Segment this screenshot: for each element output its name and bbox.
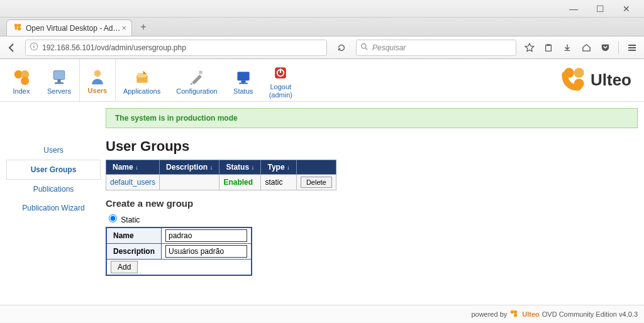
- browser-nav-bar: 192.168.56.101/ovd/admin/usersgroup.php …: [0, 36, 644, 59]
- browser-tab-title: Open Virtual Desktop - Ad…: [26, 24, 121, 33]
- brand: Ulteo: [559, 59, 638, 101]
- col-name[interactable]: Name ↓: [106, 160, 160, 175]
- svg-rect-15: [57, 79, 60, 82]
- body-wrap: Users User Groups Publications Publicati…: [0, 102, 644, 276]
- svg-point-28: [574, 68, 584, 78]
- reload-button[interactable]: [333, 40, 350, 56]
- left-nav: Users User Groups Publications Publicati…: [6, 141, 101, 217]
- info-icon: [30, 42, 38, 53]
- svg-line-8: [365, 48, 367, 50]
- svg-point-30: [511, 310, 514, 313]
- close-window-button[interactable]: ✕: [614, 2, 639, 16]
- toolbar-applications[interactable]: Applications: [116, 59, 169, 101]
- col-type[interactable]: Type ↓: [261, 160, 296, 175]
- name-label: Name: [106, 227, 162, 244]
- bookmark-button[interactable]: [521, 40, 538, 56]
- leftnav-publication-wizard[interactable]: Publication Wizard: [6, 199, 101, 217]
- maximize-button[interactable]: ☐: [587, 2, 613, 16]
- leftnav-usergroups[interactable]: User Groups: [6, 160, 101, 180]
- leftnav-publications[interactable]: Publications: [6, 180, 101, 199]
- svg-rect-10: [547, 44, 550, 46]
- sort-icon: ↓: [209, 164, 213, 171]
- svg-rect-6: [33, 45, 34, 45]
- reload-icon: [337, 43, 346, 52]
- hamburger-icon: [627, 43, 637, 53]
- back-button[interactable]: [4, 40, 20, 56]
- search-icon: [360, 43, 369, 53]
- search-placeholder: Pesquisar: [372, 43, 406, 52]
- svg-point-13: [21, 77, 29, 85]
- toolbar-status[interactable]: Status: [226, 59, 262, 101]
- col-status[interactable]: Status ↓: [219, 160, 261, 175]
- sort-icon: ↓: [251, 164, 254, 171]
- col-description[interactable]: Description ↓: [160, 160, 219, 175]
- table-row: default_users Enabled static Delete: [106, 175, 336, 190]
- create-form-table: Name Description Add: [106, 227, 252, 276]
- radio-static[interactable]: [109, 214, 117, 222]
- cell-name[interactable]: default_users: [106, 175, 160, 190]
- page-title: User Groups: [106, 138, 638, 155]
- toolbar-users-label: Users: [88, 87, 108, 94]
- browser-tabstrip: Open Virtual Desktop - Ad… × +: [0, 18, 644, 36]
- window-titlebar: — ☐ ✕: [0, 0, 644, 18]
- toolbar-logout-label: Logout (admin): [269, 83, 292, 98]
- footer-suffix: OVD Community Edition v4.0.3: [542, 310, 638, 318]
- url-box[interactable]: 192.168.56.101/ovd/admin/usersgroup.php: [25, 40, 327, 56]
- toolbar-index[interactable]: Index: [4, 59, 40, 101]
- new-tab-button[interactable]: +: [136, 19, 151, 35]
- separator: [618, 41, 619, 54]
- svg-point-7: [362, 43, 366, 48]
- toolbar-index-label: Index: [13, 87, 30, 95]
- download-icon: [563, 43, 572, 52]
- name-input[interactable]: [165, 229, 247, 242]
- download-button[interactable]: [559, 40, 575, 56]
- pocket-button[interactable]: [597, 40, 613, 56]
- col-action: [296, 160, 336, 175]
- minimize-button[interactable]: —: [561, 2, 586, 16]
- sort-icon: ↓: [135, 164, 138, 171]
- url-text: 192.168.56.101/ovd/admin/usersgroup.php: [42, 43, 323, 52]
- star-icon: [525, 43, 535, 53]
- description-input[interactable]: [165, 245, 247, 258]
- create-form: Static Name Description Add: [106, 212, 638, 276]
- toolbar-servers-label: Servers: [47, 87, 71, 95]
- toolbar-logout[interactable]: Logout (admin): [262, 59, 301, 101]
- svg-rect-9: [546, 45, 552, 51]
- footer-brand[interactable]: Ulteo: [522, 310, 540, 318]
- usergroups-table: Name ↓ Description ↓ Status ↓ Type ↓ def…: [106, 160, 336, 190]
- ulteo-favicon-icon: [13, 23, 22, 33]
- radio-static-label[interactable]: Static: [106, 216, 140, 224]
- cell-status: Enabled: [219, 175, 261, 190]
- sort-icon: ↓: [287, 164, 290, 171]
- svg-point-17: [94, 70, 101, 77]
- home-button[interactable]: [578, 40, 594, 56]
- add-button[interactable]: Add: [111, 261, 138, 273]
- configuration-icon: [187, 66, 207, 89]
- svg-rect-26: [280, 68, 281, 73]
- footer: powered by Ulteo OVD Community Edition v…: [0, 305, 644, 322]
- production-notice: The system is in production mode: [106, 108, 638, 128]
- logout-icon: [270, 62, 291, 84]
- svg-point-31: [514, 310, 517, 313]
- close-tab-button[interactable]: ×: [121, 23, 126, 33]
- menu-button[interactable]: [624, 40, 640, 56]
- left-column: Users User Groups Publications Publicati…: [6, 141, 101, 276]
- app-toolbar: Index Servers Users Applications Configu…: [0, 59, 644, 102]
- svg-rect-16: [55, 82, 64, 84]
- delete-button[interactable]: Delete: [301, 177, 332, 188]
- ulteo-footer-icon: [509, 309, 518, 319]
- library-button[interactable]: [540, 40, 557, 56]
- search-box[interactable]: Pesquisar: [356, 40, 516, 56]
- toolbar-users[interactable]: Users: [79, 59, 116, 101]
- toolbar-applications-label: Applications: [123, 87, 160, 95]
- toolbar-configuration[interactable]: Configuration: [169, 59, 225, 101]
- pocket-icon: [601, 43, 610, 52]
- home-icon: [582, 43, 591, 52]
- svg-point-1: [18, 24, 21, 27]
- browser-tab[interactable]: Open Virtual Desktop - Ad… ×: [6, 19, 132, 36]
- page-content: Index Servers Users Applications Configu…: [0, 59, 644, 305]
- brand-text: Ulteo: [591, 70, 631, 90]
- leftnav-users[interactable]: Users: [6, 141, 101, 160]
- toolbar-servers[interactable]: Servers: [40, 59, 79, 101]
- radio-static-row: Static: [106, 212, 638, 224]
